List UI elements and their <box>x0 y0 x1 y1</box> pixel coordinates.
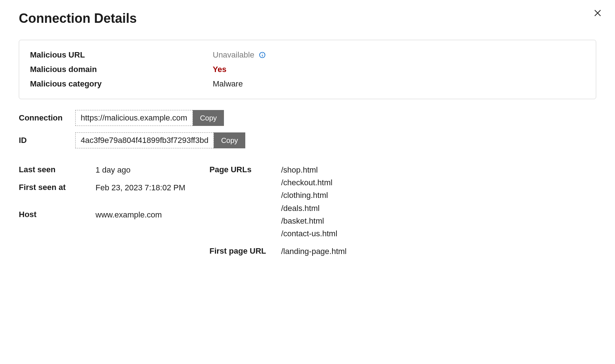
info-icon[interactable] <box>259 51 266 59</box>
last-seen-value: 1 day ago <box>96 164 131 176</box>
malicious-url-label: Malicious URL <box>30 50 213 60</box>
malicious-category-label: Malicious category <box>30 79 213 89</box>
malicious-domain-label: Malicious domain <box>30 65 213 74</box>
copy-id-button[interactable]: Copy <box>214 132 245 148</box>
malicious-url-value: Unavailable <box>213 50 254 60</box>
first-page-url-label: First page URL <box>209 245 281 258</box>
host-row: Host www.example.com <box>19 208 209 221</box>
malicious-panel: Malicious URL Unavailable Malicious doma… <box>19 40 596 99</box>
first-seen-label: First seen at <box>19 181 96 194</box>
last-seen-row: Last seen 1 day ago <box>19 164 209 176</box>
malicious-category-row: Malicious category Malware <box>30 79 585 89</box>
connection-value[interactable]: https://malicious.example.com <box>75 110 193 126</box>
page-title: Connection Details <box>19 11 137 26</box>
svg-point-1 <box>262 53 263 54</box>
page-url-item: /contact-us.html <box>281 227 337 240</box>
close-icon <box>593 13 602 18</box>
page-urls-label: Page URLs <box>209 164 281 240</box>
page-url-item: /checkout.html <box>281 176 337 189</box>
last-seen-label: Last seen <box>19 164 96 176</box>
id-label: ID <box>19 136 75 145</box>
page-url-item: /shop.html <box>281 164 337 176</box>
first-seen-value: Feb 23, 2023 7:18:02 PM <box>96 181 185 194</box>
page-url-item: /clothing.html <box>281 189 337 202</box>
malicious-category-value: Malware <box>213 79 243 89</box>
id-row: ID 4ac3f9e79a804f41899fb3f7293ff3bd Copy <box>19 132 596 148</box>
malicious-domain-value: Yes <box>213 65 226 74</box>
page-urls-row: Page URLs /shop.html /checkout.html /clo… <box>209 164 347 240</box>
connection-row: Connection https://malicious.example.com… <box>19 110 596 126</box>
id-value[interactable]: 4ac3f9e79a804f41899fb3f7293ff3bd <box>75 132 214 148</box>
first-page-url-value: /landing-page.html <box>281 245 347 258</box>
page-urls-list: /shop.html /checkout.html /clothing.html… <box>281 164 337 240</box>
malicious-url-row: Malicious URL Unavailable <box>30 50 585 60</box>
connection-label: Connection <box>19 113 75 123</box>
first-seen-row: First seen at Feb 23, 2023 7:18:02 PM <box>19 181 209 194</box>
page-url-item: /deals.html <box>281 202 337 215</box>
copy-connection-button[interactable]: Copy <box>193 110 224 126</box>
malicious-domain-row: Malicious domain Yes <box>30 65 585 74</box>
page-url-item: /basket.html <box>281 215 337 227</box>
first-page-url-row: First page URL /landing-page.html <box>209 245 347 258</box>
host-value: www.example.com <box>96 208 162 221</box>
close-button[interactable] <box>592 7 603 20</box>
host-label: Host <box>19 208 96 221</box>
